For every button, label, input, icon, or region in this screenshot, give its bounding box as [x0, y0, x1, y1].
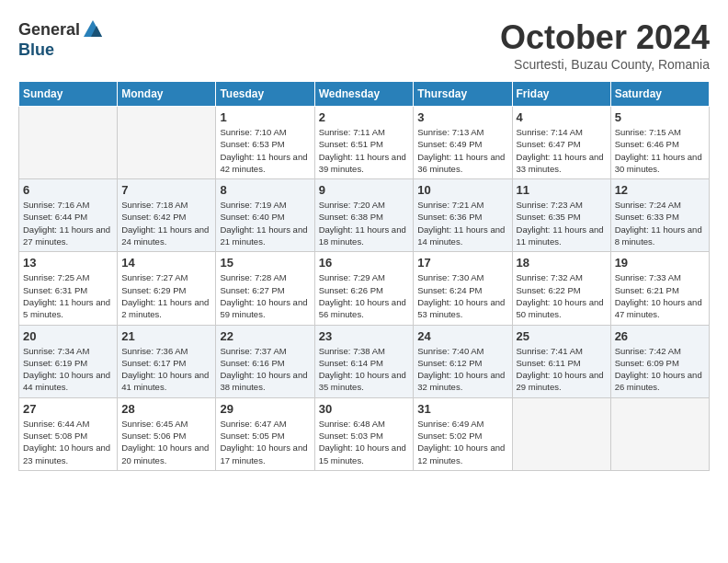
day-number: 2: [319, 110, 410, 124]
calendar-cell: 18Sunrise: 7:32 AMSunset: 6:22 PMDayligh…: [512, 252, 610, 325]
day-number: 24: [417, 329, 507, 343]
calendar-cell: [512, 397, 610, 470]
calendar-week-row: 13Sunrise: 7:25 AMSunset: 6:31 PMDayligh…: [19, 252, 710, 325]
calendar-cell: [610, 397, 709, 470]
calendar-cell: [19, 107, 118, 179]
day-header-wednesday: Wednesday: [314, 82, 414, 107]
cell-info: Sunrise: 7:14 AMSunset: 6:47 PMDaylight:…: [517, 126, 607, 175]
calendar-week-row: 1Sunrise: 7:10 AMSunset: 6:53 PMDaylight…: [19, 107, 710, 179]
calendar-cell: 29Sunrise: 6:47 AMSunset: 5:05 PMDayligh…: [216, 397, 314, 470]
calendar-cell: 31Sunrise: 6:49 AMSunset: 5:02 PMDayligh…: [414, 397, 512, 470]
cell-info: Sunrise: 7:27 AMSunset: 6:29 PMDaylight:…: [121, 271, 211, 320]
calendar-cell: 28Sunrise: 6:45 AMSunset: 5:06 PMDayligh…: [118, 397, 216, 470]
cell-info: Sunrise: 7:32 AMSunset: 6:22 PMDaylight:…: [517, 271, 607, 320]
day-number: 30: [319, 402, 410, 416]
location: Scurtesti, Buzau County, Romania: [500, 57, 710, 72]
calendar-cell: 25Sunrise: 7:41 AMSunset: 6:11 PMDayligh…: [512, 325, 610, 397]
day-number: 27: [23, 402, 113, 416]
day-number: 11: [517, 183, 607, 197]
day-number: 21: [121, 329, 211, 343]
calendar-cell: [118, 107, 216, 179]
calendar-week-row: 20Sunrise: 7:34 AMSunset: 6:19 PMDayligh…: [19, 325, 710, 397]
cell-info: Sunrise: 7:10 AMSunset: 6:53 PMDaylight:…: [220, 126, 310, 175]
day-header-saturday: Saturday: [610, 82, 709, 107]
day-number: 22: [220, 329, 310, 343]
cell-info: Sunrise: 7:28 AMSunset: 6:27 PMDaylight:…: [220, 271, 310, 320]
logo-blue: Blue: [18, 40, 54, 60]
cell-info: Sunrise: 7:36 AMSunset: 6:17 PMDaylight:…: [121, 345, 211, 394]
calendar-cell: 14Sunrise: 7:27 AMSunset: 6:29 PMDayligh…: [118, 252, 216, 325]
day-number: 7: [121, 183, 211, 197]
cell-info: Sunrise: 7:34 AMSunset: 6:19 PMDaylight:…: [23, 345, 113, 394]
cell-info: Sunrise: 6:47 AMSunset: 5:05 PMDaylight:…: [220, 418, 310, 466]
day-number: 8: [220, 183, 310, 197]
calendar-cell: 22Sunrise: 7:37 AMSunset: 6:16 PMDayligh…: [216, 325, 314, 397]
day-number: 25: [517, 329, 607, 343]
cell-info: Sunrise: 7:42 AMSunset: 6:09 PMDaylight:…: [615, 345, 705, 394]
day-number: 15: [220, 256, 310, 270]
cell-info: Sunrise: 7:33 AMSunset: 6:21 PMDaylight:…: [615, 271, 705, 320]
cell-info: Sunrise: 7:40 AMSunset: 6:12 PMDaylight:…: [417, 345, 507, 394]
calendar-cell: 11Sunrise: 7:23 AMSunset: 6:35 PMDayligh…: [512, 179, 610, 252]
cell-info: Sunrise: 6:45 AMSunset: 5:06 PMDaylight:…: [121, 418, 211, 466]
day-number: 1: [220, 110, 310, 124]
day-number: 19: [615, 256, 705, 270]
calendar-cell: 20Sunrise: 7:34 AMSunset: 6:19 PMDayligh…: [19, 325, 118, 397]
calendar-header-row: SundayMondayTuesdayWednesdayThursdayFrid…: [19, 82, 710, 107]
calendar-cell: 17Sunrise: 7:30 AMSunset: 6:24 PMDayligh…: [414, 252, 512, 325]
calendar-cell: 26Sunrise: 7:42 AMSunset: 6:09 PMDayligh…: [610, 325, 709, 397]
day-number: 5: [615, 110, 705, 124]
page-header: General Blue October 2024 Scurtesti, Buz…: [18, 18, 710, 72]
calendar-cell: 5Sunrise: 7:15 AMSunset: 6:46 PMDaylight…: [610, 107, 709, 179]
cell-info: Sunrise: 7:29 AMSunset: 6:26 PMDaylight:…: [319, 271, 410, 320]
calendar-cell: 1Sunrise: 7:10 AMSunset: 6:53 PMDaylight…: [216, 107, 314, 179]
day-number: 14: [121, 256, 211, 270]
calendar-cell: 9Sunrise: 7:20 AMSunset: 6:38 PMDaylight…: [314, 179, 414, 252]
calendar-cell: 13Sunrise: 7:25 AMSunset: 6:31 PMDayligh…: [19, 252, 118, 325]
calendar-cell: 4Sunrise: 7:14 AMSunset: 6:47 PMDaylight…: [512, 107, 610, 179]
calendar-cell: 30Sunrise: 6:48 AMSunset: 5:03 PMDayligh…: [314, 397, 414, 470]
cell-info: Sunrise: 6:49 AMSunset: 5:02 PMDaylight:…: [417, 418, 507, 466]
day-number: 18: [517, 256, 607, 270]
day-header-sunday: Sunday: [19, 82, 118, 107]
logo-icon: [82, 18, 104, 40]
day-number: 10: [417, 183, 507, 197]
day-header-monday: Monday: [118, 82, 216, 107]
month-title: October 2024: [500, 18, 710, 57]
calendar-cell: 10Sunrise: 7:21 AMSunset: 6:36 PMDayligh…: [414, 179, 512, 252]
day-number: 16: [319, 256, 410, 270]
day-number: 20: [23, 329, 113, 343]
day-number: 26: [615, 329, 705, 343]
calendar-week-row: 27Sunrise: 6:44 AMSunset: 5:08 PMDayligh…: [19, 397, 710, 470]
day-number: 3: [417, 110, 507, 124]
logo: General Blue: [18, 18, 104, 60]
calendar-cell: 24Sunrise: 7:40 AMSunset: 6:12 PMDayligh…: [414, 325, 512, 397]
cell-info: Sunrise: 7:25 AMSunset: 6:31 PMDaylight:…: [23, 271, 113, 320]
calendar-cell: 27Sunrise: 6:44 AMSunset: 5:08 PMDayligh…: [19, 397, 118, 470]
cell-info: Sunrise: 7:13 AMSunset: 6:49 PMDaylight:…: [417, 126, 507, 175]
calendar-cell: 23Sunrise: 7:38 AMSunset: 6:14 PMDayligh…: [314, 325, 414, 397]
cell-info: Sunrise: 7:16 AMSunset: 6:44 PMDaylight:…: [23, 199, 113, 247]
day-header-thursday: Thursday: [414, 82, 512, 107]
cell-info: Sunrise: 7:23 AMSunset: 6:35 PMDaylight:…: [517, 199, 607, 247]
cell-info: Sunrise: 7:30 AMSunset: 6:24 PMDaylight:…: [417, 271, 507, 320]
cell-info: Sunrise: 7:21 AMSunset: 6:36 PMDaylight:…: [417, 199, 507, 247]
calendar-cell: 16Sunrise: 7:29 AMSunset: 6:26 PMDayligh…: [314, 252, 414, 325]
cell-info: Sunrise: 7:19 AMSunset: 6:40 PMDaylight:…: [220, 199, 310, 247]
calendar-table: SundayMondayTuesdayWednesdayThursdayFrid…: [18, 81, 710, 471]
day-number: 4: [517, 110, 607, 124]
title-section: October 2024 Scurtesti, Buzau County, Ro…: [500, 18, 710, 72]
calendar-cell: 2Sunrise: 7:11 AMSunset: 6:51 PMDaylight…: [314, 107, 414, 179]
calendar-week-row: 6Sunrise: 7:16 AMSunset: 6:44 PMDaylight…: [19, 179, 710, 252]
cell-info: Sunrise: 7:18 AMSunset: 6:42 PMDaylight:…: [121, 199, 211, 247]
day-number: 23: [319, 329, 410, 343]
calendar-cell: 7Sunrise: 7:18 AMSunset: 6:42 PMDaylight…: [118, 179, 216, 252]
day-number: 29: [220, 402, 310, 416]
cell-info: Sunrise: 7:37 AMSunset: 6:16 PMDaylight:…: [220, 345, 310, 394]
cell-info: Sunrise: 7:11 AMSunset: 6:51 PMDaylight:…: [319, 126, 410, 175]
cell-info: Sunrise: 7:15 AMSunset: 6:46 PMDaylight:…: [615, 126, 705, 175]
cell-info: Sunrise: 7:38 AMSunset: 6:14 PMDaylight:…: [319, 345, 410, 394]
cell-info: Sunrise: 7:41 AMSunset: 6:11 PMDaylight:…: [517, 345, 607, 394]
calendar-cell: 3Sunrise: 7:13 AMSunset: 6:49 PMDaylight…: [414, 107, 512, 179]
calendar-cell: 12Sunrise: 7:24 AMSunset: 6:33 PMDayligh…: [610, 179, 709, 252]
